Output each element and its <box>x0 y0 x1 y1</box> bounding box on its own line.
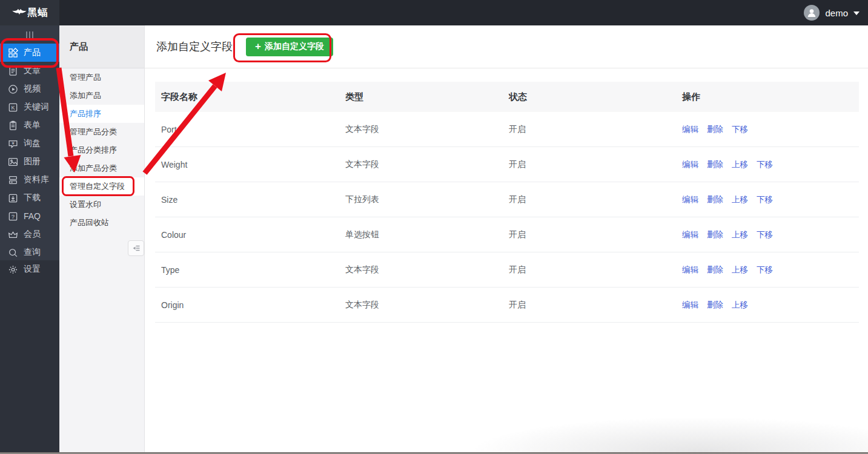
move-down-link[interactable]: 下移 <box>757 159 773 170</box>
field-type: 文本字段 <box>345 265 509 275</box>
sidebar-item-label: 会员 <box>24 229 41 240</box>
sidebar-item-label: 询盘 <box>24 138 41 149</box>
move-up-link[interactable]: 上移 <box>732 265 748 275</box>
sidebar-item-label: 资料库 <box>24 174 49 185</box>
add-button-label: 添加自定义字段 <box>265 41 324 52</box>
submenu-item-add-category[interactable]: 添加产品分类 <box>59 159 144 177</box>
field-name: Origin <box>155 300 345 310</box>
keywords-icon: K <box>8 102 18 113</box>
edit-link[interactable]: 编辑 <box>682 265 698 275</box>
move-up-link[interactable]: 上移 <box>732 159 748 170</box>
user-menu[interactable]: demo <box>804 0 860 25</box>
row-actions: 编辑删除上移下移 <box>682 229 859 240</box>
collapse-panel-icon <box>132 244 141 252</box>
column-header-actions: 操作 <box>682 91 859 103</box>
sidebar-item-library[interactable]: 资料库 <box>0 171 59 189</box>
move-down-link[interactable]: 下移 <box>732 124 748 135</box>
sidebar-lower-section: 设置 <box>0 260 59 454</box>
submenu-title: 产品 <box>59 25 144 68</box>
move-up-link[interactable]: 上移 <box>732 194 748 205</box>
sidebar-item-videos[interactable]: 视频 <box>0 80 59 98</box>
submenu-item-watermark[interactable]: 设置水印 <box>59 196 144 214</box>
sidebar-item-label: 图册 <box>24 156 41 167</box>
secondary-sidebar: 产品 管理产品添加产品产品排序管理产品分类产品分类排序添加产品分类管理自定义字段… <box>59 25 145 454</box>
main-content: 添加自定义字段 + 添加自定义字段 字段名称 类型 状态 操作 Port 文本字… <box>144 25 868 454</box>
edit-link[interactable]: 编辑 <box>682 194 698 205</box>
delete-link[interactable]: 删除 <box>707 300 723 311</box>
library-icon <box>8 175 18 185</box>
panel-collapse-button[interactable] <box>128 240 144 256</box>
sidebar-item-label: 表单 <box>24 120 41 131</box>
move-down-link[interactable]: 下移 <box>757 265 773 275</box>
delete-link[interactable]: 删除 <box>707 194 723 205</box>
field-type: 单选按钮 <box>345 229 509 240</box>
edit-link[interactable]: 编辑 <box>682 124 698 135</box>
plus-icon: + <box>255 41 261 51</box>
sidebar-item-articles[interactable]: 文章 <box>0 62 59 80</box>
table-header-row: 字段名称 类型 状态 操作 <box>155 82 859 112</box>
row-actions: 编辑删除上移 <box>682 300 859 311</box>
field-name: Size <box>155 195 345 205</box>
move-up-link[interactable]: 上移 <box>732 300 748 311</box>
delete-link[interactable]: 删除 <box>707 265 723 275</box>
sidebar-item-faq[interactable]: ? FAQ <box>0 207 59 225</box>
submenu-item-manage-custom-fields[interactable]: 管理自定义字段 <box>59 177 144 196</box>
delete-link[interactable]: 删除 <box>707 229 723 240</box>
page-header: 添加自定义字段 + 添加自定义字段 <box>144 25 868 68</box>
gallery-icon <box>8 157 18 167</box>
submenu-item-product-sort[interactable]: 产品排序 <box>59 105 144 123</box>
svg-text:K: K <box>11 104 15 110</box>
field-status: 开启 <box>509 300 682 311</box>
sidebar-item-label: 关键词 <box>24 102 49 113</box>
field-type: 文本字段 <box>345 159 509 170</box>
sidebar-item-products[interactable]: 产品 <box>0 44 59 62</box>
sidebar-item-forms[interactable]: 表单 <box>0 116 59 134</box>
move-down-link[interactable]: 下移 <box>757 194 773 205</box>
row-actions: 编辑删除上移下移 <box>682 159 859 170</box>
row-actions: 编辑删除下移 <box>682 124 859 135</box>
submenu-item-category-sort[interactable]: 产品分类排序 <box>59 141 144 159</box>
articles-icon <box>8 66 18 76</box>
sidebar-item-label: 设置 <box>24 264 41 275</box>
chevron-down-icon <box>853 12 860 15</box>
person-icon <box>805 6 818 19</box>
table-row-type: Type 文本字段 开启 编辑删除上移下移 <box>155 252 859 288</box>
products-icon <box>8 48 18 58</box>
row-actions: 编辑删除上移下移 <box>682 265 859 275</box>
move-down-link[interactable]: 下移 <box>757 229 773 240</box>
edit-link[interactable]: 编辑 <box>682 229 698 240</box>
field-name: Port <box>155 125 345 134</box>
top-bar: 黑蝠 demo <box>0 0 868 25</box>
edit-link[interactable]: 编辑 <box>682 300 698 311</box>
submenu-item-manage-products[interactable]: 管理产品 <box>59 68 144 87</box>
column-header-status: 状态 <box>509 91 682 103</box>
submenu-item-recycle-bin[interactable]: 产品回收站 <box>59 214 144 232</box>
downloads-icon <box>8 193 18 203</box>
delete-link[interactable]: 删除 <box>707 124 723 135</box>
sidebar-item-inquiries[interactable]: ¥ 询盘 <box>0 134 59 153</box>
column-header-field-name: 字段名称 <box>155 91 345 103</box>
table-row-origin: Origin 文本字段 开启 编辑删除上移 <box>155 288 859 323</box>
move-up-link[interactable]: 上移 <box>732 229 748 240</box>
sidebar-item-members[interactable]: 会员 <box>0 225 59 243</box>
sidebar-item-label: FAQ <box>24 211 41 221</box>
submenu-item-manage-categories[interactable]: 管理产品分类 <box>59 123 144 141</box>
sidebar-item-keywords[interactable]: K 关键词 <box>0 98 59 116</box>
sidebar-collapse-handle[interactable] <box>0 25 59 44</box>
submenu-item-add-product[interactable]: 添加产品 <box>59 87 144 105</box>
field-name: Type <box>155 265 345 275</box>
sidebar-item-settings[interactable]: 设置 <box>0 260 59 278</box>
sidebar-item-label: 视频 <box>24 84 41 94</box>
sidebar-item-downloads[interactable]: 下载 <box>0 189 59 207</box>
edit-link[interactable]: 编辑 <box>682 159 698 170</box>
field-name: Colour <box>155 230 345 240</box>
svg-text:?: ? <box>12 212 15 219</box>
delete-link[interactable]: 删除 <box>707 159 723 170</box>
field-status: 开启 <box>509 265 682 275</box>
add-custom-field-button[interactable]: + 添加自定义字段 <box>246 38 333 56</box>
sidebar-item-search[interactable]: 查询 <box>0 243 59 262</box>
table-row-size: Size 下拉列表 开启 编辑删除上移下移 <box>155 182 859 217</box>
sidebar-item-gallery[interactable]: 图册 <box>0 153 59 171</box>
page-title: 添加自定义字段 <box>156 39 233 54</box>
field-status: 开启 <box>509 229 682 240</box>
